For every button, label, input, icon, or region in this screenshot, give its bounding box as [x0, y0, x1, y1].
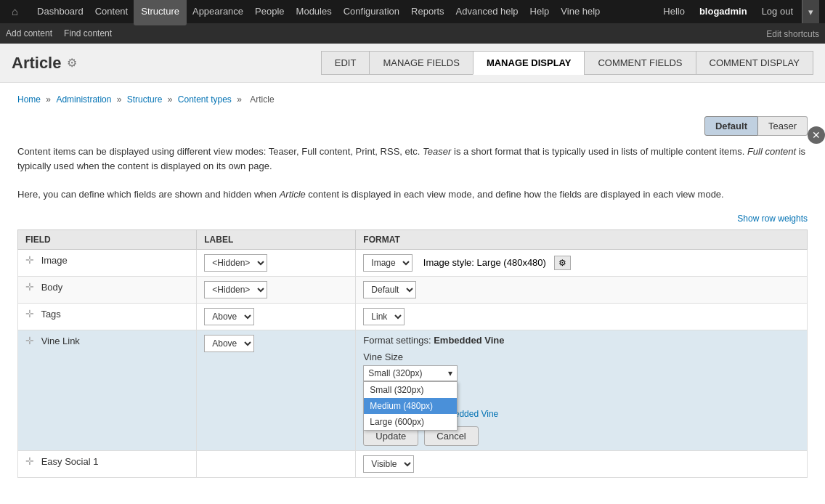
field-body-name: Body [41, 282, 63, 293]
vine-size-option-large[interactable]: Large (600px) [364, 414, 457, 430]
find-content-link[interactable]: Find content [64, 28, 112, 38]
nav-dashboard[interactable]: Dashboard [31, 0, 89, 23]
breadcrumb: Home » Administration » Structure » Cont… [17, 94, 808, 105]
row-weights-container: Show row weights [17, 213, 808, 224]
nav-people[interactable]: People [249, 0, 290, 23]
image-format-select[interactable]: Image [363, 254, 412, 272]
drag-handle-image[interactable]: ✛ [25, 254, 34, 266]
format-settings-value: Embedded Vine [434, 335, 504, 346]
table-row: ✛ Body <Hidden> Default [18, 277, 808, 304]
field-tags-name: Tags [41, 309, 60, 320]
drag-handle-tags[interactable]: ✛ [25, 308, 34, 320]
drag-handle-easy-social[interactable]: ✛ [25, 455, 34, 467]
vine-size-label: Vine Size [363, 351, 800, 362]
page-wrapper: Article ⚙ EDIT MANAGE FIELDS MANAGE DISP… [0, 44, 825, 504]
breadcrumb-content-types[interactable]: Content types [178, 94, 232, 105]
th-format: FORMAT [356, 230, 808, 250]
body-label-select[interactable]: <Hidden> [204, 281, 267, 298]
nav-modules[interactable]: Modules [290, 0, 338, 23]
field-image-name: Image [41, 255, 68, 266]
breadcrumb-sep3: » [168, 94, 175, 105]
th-label: LABEL [197, 230, 356, 250]
vine-size-trigger[interactable]: Small (320px) ▾ [363, 365, 458, 381]
nav-reports[interactable]: Reports [405, 0, 450, 23]
view-mode-buttons: Default Teaser [17, 116, 808, 136]
image-gear-icon[interactable]: ⚙ [554, 256, 571, 270]
th-field: FIELD [18, 230, 197, 250]
description-line1: Content items can be displayed using dif… [17, 145, 808, 173]
easy-social-format-select[interactable]: Visible [363, 455, 414, 473]
vine-link-label-select[interactable]: Above [204, 335, 254, 352]
username: blogadmin [694, 0, 753, 23]
article-title: Article [12, 54, 61, 73]
table-row: ✛ Image <Hidden> Image Image style: L [18, 250, 808, 277]
nav-advanced-help[interactable]: Advanced help [450, 0, 524, 23]
nav-content[interactable]: Content [89, 0, 134, 23]
table-row-vine-link: ✛ Vine Link Above Format settings: Embed… [18, 330, 808, 451]
home-icon[interactable]: ⌂ [6, 0, 24, 23]
tags-label-select[interactable]: Above [204, 308, 254, 325]
nav-structure[interactable]: Structure [134, 0, 187, 25]
dropdown-arrow-icon: ▾ [448, 368, 452, 378]
main-content: ✕ Home » Administration » Structure » Co… [0, 83, 825, 489]
vine-size-current: Small (320px) [368, 368, 422, 378]
format-settings-label: Format settings: Embedded Vine [363, 335, 800, 346]
vine-size-dropdown-list: Small (320px) Medium (480px) Large (600p… [363, 381, 458, 431]
nav-help[interactable]: Help [524, 0, 556, 23]
nav-vine-help[interactable]: Vine help [555, 0, 606, 23]
nav-dropdown-arrow[interactable]: ▾ [802, 0, 819, 23]
tags-format-select[interactable]: Link [363, 308, 405, 325]
logout-link[interactable]: Log out [756, 0, 799, 23]
breadcrumb-sep1: » [46, 94, 53, 105]
breadcrumb-structure[interactable]: Structure [127, 94, 163, 105]
image-label-select[interactable]: <Hidden> [204, 254, 267, 272]
tab-bar: EDIT MANAGE FIELDS MANAGE DISPLAY COMMEN… [321, 51, 813, 75]
table-row: ✛ Tags Above Link [18, 304, 808, 330]
edit-shortcuts-link[interactable]: Edit shortcuts [766, 29, 819, 39]
fields-table: FIELD LABEL FORMAT ✛ Image <Hidden> [17, 229, 808, 478]
default-view-button[interactable]: Default [704, 116, 758, 136]
image-style-text: Image style: Large (480x480) [423, 257, 546, 268]
tab-manage-display[interactable]: MANAGE DISPLAY [473, 51, 585, 75]
breadcrumb-sep4: » [237, 94, 244, 105]
close-icon: ✕ [812, 129, 821, 141]
configure-icon[interactable]: ⚙ [67, 56, 77, 70]
drag-handle-body[interactable]: ✛ [25, 281, 34, 293]
close-button[interactable]: ✕ [808, 126, 825, 144]
description-line2: Here, you can define which fields are sh… [17, 187, 808, 202]
add-content-link[interactable]: Add content [6, 28, 52, 38]
show-row-weights-link[interactable]: Show row weights [737, 214, 808, 224]
tab-comment-display[interactable]: COMMENT DISPLAY [696, 51, 813, 75]
top-navigation: ⌂ Dashboard Content Structure Appearance… [0, 0, 825, 23]
breadcrumb-admin[interactable]: Administration [56, 94, 111, 105]
tab-edit[interactable]: EDIT [321, 51, 370, 75]
nav-appearance[interactable]: Appearance [187, 0, 249, 23]
description-text: Content items can be displayed using dif… [17, 145, 808, 201]
field-vine-link-name: Vine Link [41, 336, 80, 346]
field-easy-social-name: Easy Social 1 [41, 456, 99, 467]
teaser-view-button[interactable]: Teaser [758, 116, 808, 136]
article-header: Article ⚙ EDIT MANAGE FIELDS MANAGE DISP… [0, 44, 825, 83]
nav-configuration[interactable]: Configuration [338, 0, 405, 23]
breadcrumb-home[interactable]: Home [17, 94, 41, 105]
hello-text: Hello [657, 0, 691, 23]
vine-size-option-small[interactable]: Small (320px) [364, 382, 457, 398]
breadcrumb-article: Article [250, 94, 274, 105]
body-format-select[interactable]: Default [363, 281, 416, 298]
tab-manage-fields[interactable]: MANAGE FIELDS [369, 51, 472, 75]
secondary-navigation: Add content Find content Edit shortcuts [0, 23, 825, 44]
drag-handle-vine-link[interactable]: ✛ [25, 335, 34, 346]
tab-comment-fields[interactable]: COMMENT FIELDS [584, 51, 695, 75]
breadcrumb-sep2: » [117, 94, 124, 105]
table-row-easy-social: ✛ Easy Social 1 Visible [18, 451, 808, 478]
vine-size-option-medium[interactable]: Medium (480px) [364, 398, 457, 414]
vine-size-dropdown[interactable]: Small (320px) ▾ Small (320px) Medium (48… [363, 365, 458, 381]
